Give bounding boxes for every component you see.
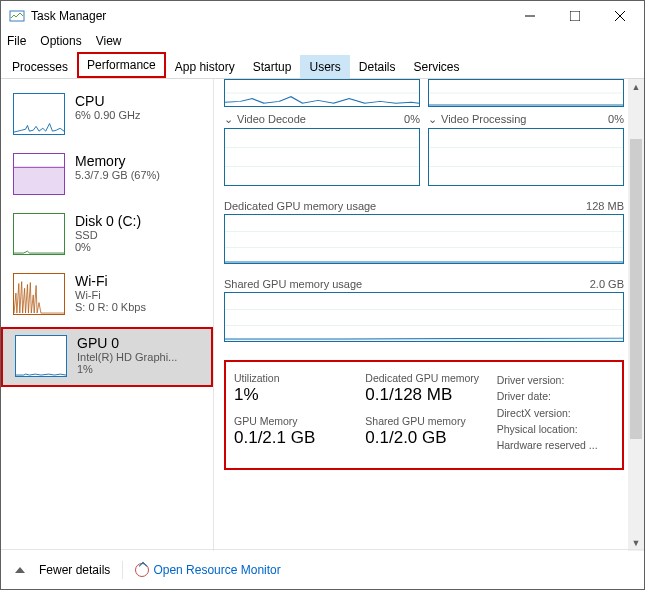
- chart-dedicated-memory: [224, 214, 624, 264]
- shared-memory-value: 2.0 GB: [590, 278, 624, 290]
- stat-utilization-value: 1%: [234, 385, 351, 405]
- stat-shared-value: 0.1/2.0 GB: [365, 428, 482, 448]
- stat-dedicated-value: 0.1/128 MB: [365, 385, 482, 405]
- resource-monitor-icon: [135, 563, 149, 577]
- tab-performance[interactable]: Performance: [77, 52, 166, 78]
- footer: Fewer details Open Resource Monitor: [1, 549, 644, 589]
- tab-processes[interactable]: Processes: [3, 55, 77, 78]
- close-button[interactable]: [597, 1, 642, 31]
- tab-users[interactable]: Users: [300, 55, 349, 78]
- shared-memory-label: Shared GPU memory usage: [224, 278, 362, 290]
- tab-strip: Processes Performance App history Startu…: [1, 53, 644, 79]
- maximize-button[interactable]: [552, 1, 597, 31]
- stat-dedicated-label: Dedicated GPU memory: [365, 372, 482, 384]
- menu-view[interactable]: View: [96, 34, 122, 48]
- sidebar-item-label: Memory: [75, 153, 160, 169]
- sidebar-item-label: Wi-Fi: [75, 273, 146, 289]
- scroll-thumb[interactable]: [630, 139, 642, 439]
- tab-services[interactable]: Services: [405, 55, 469, 78]
- menu-bar: File Options View: [1, 31, 644, 51]
- tab-startup[interactable]: Startup: [244, 55, 301, 78]
- stat-gpumem-label: GPU Memory: [234, 415, 351, 427]
- title-bar: Task Manager: [1, 1, 644, 31]
- window-buttons: [507, 1, 642, 31]
- video-processing-label: Video Processing: [441, 113, 526, 125]
- chevron-down-icon[interactable]: ⌄: [224, 113, 233, 125]
- stat-driver-date: Driver date:: [497, 388, 614, 404]
- video-processing-value: 0%: [608, 113, 624, 126]
- video-decode-label: Video Decode: [237, 113, 306, 125]
- sidebar: CPU6% 0.90 GHz Memory5.3/7.9 GB (67%) Di…: [1, 79, 214, 551]
- sidebar-item-label: Disk 0 (C:): [75, 213, 141, 229]
- chart-shared-memory: [224, 292, 624, 342]
- chart-3d: [224, 79, 420, 107]
- chart-video-processing: [428, 128, 624, 186]
- stat-gpumem-value: 0.1/2.1 GB: [234, 428, 351, 448]
- chart-copy: [428, 79, 624, 107]
- fewer-details-link[interactable]: Fewer details: [39, 563, 110, 577]
- detail-pane: ▲ ▼ ⌄Video Decode0% ⌄Video Processing0%: [214, 79, 644, 551]
- svg-rect-5: [14, 167, 64, 194]
- tab-app-history[interactable]: App history: [166, 55, 244, 78]
- scrollbar[interactable]: ▲ ▼: [628, 79, 644, 551]
- sidebar-item-label: CPU: [75, 93, 140, 109]
- app-icon: [9, 8, 25, 24]
- chevron-up-icon[interactable]: [15, 567, 25, 573]
- minimize-button[interactable]: [507, 1, 552, 31]
- menu-file[interactable]: File: [7, 34, 26, 48]
- sidebar-item-wifi[interactable]: Wi-FiWi-FiS: 0 R: 0 Kbps: [1, 267, 213, 327]
- dedicated-memory-label: Dedicated GPU memory usage: [224, 200, 376, 212]
- stat-shared-label: Shared GPU memory: [365, 415, 482, 427]
- window-title: Task Manager: [31, 9, 106, 23]
- menu-options[interactable]: Options: [40, 34, 81, 48]
- sidebar-item-disk[interactable]: Disk 0 (C:)SSD0%: [1, 207, 213, 267]
- sidebar-item-gpu[interactable]: GPU 0Intel(R) HD Graphi...1%: [1, 327, 213, 387]
- video-decode-value: 0%: [404, 113, 420, 126]
- stat-driver-version: Driver version:: [497, 372, 614, 388]
- resource-monitor-link[interactable]: Open Resource Monitor: [135, 563, 280, 577]
- stat-hardware-reserved: Hardware reserved ...: [497, 437, 614, 453]
- chevron-down-icon[interactable]: ⌄: [428, 113, 437, 125]
- svg-rect-2: [570, 11, 580, 21]
- chart-video-decode: [224, 128, 420, 186]
- sidebar-item-cpu[interactable]: CPU6% 0.90 GHz: [1, 87, 213, 147]
- sidebar-item-label: GPU 0: [77, 335, 177, 351]
- stats-panel: Utilization 1% GPU Memory 0.1/2.1 GB Ded…: [224, 360, 624, 470]
- stat-directx: DirectX version:: [497, 405, 614, 421]
- scroll-up-icon[interactable]: ▲: [628, 79, 644, 95]
- sidebar-item-memory[interactable]: Memory5.3/7.9 GB (67%): [1, 147, 213, 207]
- stat-utilization-label: Utilization: [234, 372, 351, 384]
- divider: [122, 561, 123, 579]
- tab-details[interactable]: Details: [350, 55, 405, 78]
- dedicated-memory-value: 128 MB: [586, 200, 624, 212]
- stat-physical-location: Physical location:: [497, 421, 614, 437]
